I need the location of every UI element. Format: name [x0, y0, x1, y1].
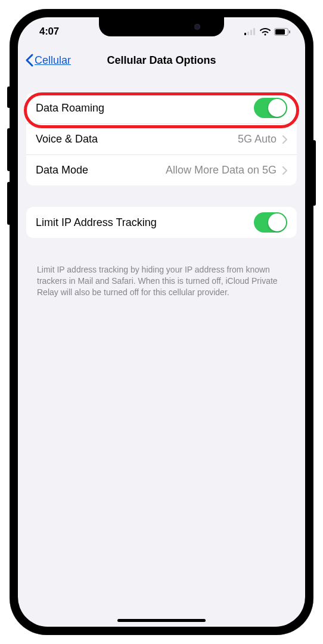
status-time: 4:07 — [39, 26, 59, 38]
back-label: Cellular — [35, 54, 71, 67]
signal-icon — [244, 28, 256, 35]
data-mode-value: Allow More Data on 5G — [166, 164, 277, 177]
settings-group-2: Limit IP Address Tracking — [26, 207, 297, 238]
chevron-right-icon — [282, 135, 287, 144]
nav-bar: Cellular Cellular Data Options — [18, 46, 305, 75]
data-roaming-cell[interactable]: Data Roaming — [26, 92, 297, 123]
phone-frame: 4:07 Cellular Cellular Data Opt — [10, 9, 313, 635]
svg-rect-6 — [289, 30, 290, 33]
data-roaming-toggle[interactable] — [254, 98, 287, 118]
status-right — [244, 28, 291, 36]
content: Data Roaming Voice & Data 5G Auto Data M… — [18, 75, 305, 298]
limit-ip-label: Limit IP Address Tracking — [36, 216, 254, 229]
notch — [99, 17, 224, 36]
chevron-right-icon — [282, 166, 287, 175]
limit-ip-cell[interactable]: Limit IP Address Tracking — [26, 207, 297, 238]
toggle-knob-icon — [268, 213, 286, 231]
home-indicator[interactable] — [117, 619, 206, 622]
battery-icon — [274, 28, 291, 36]
voice-data-label: Voice & Data — [36, 133, 238, 145]
front-camera-icon — [194, 24, 200, 30]
back-button[interactable]: Cellular — [25, 54, 71, 67]
footer-text: Limit IP address tracking by hiding your… — [26, 259, 297, 298]
toggle-knob-icon — [268, 99, 286, 117]
settings-group-1: Data Roaming Voice & Data 5G Auto Data M… — [26, 92, 297, 185]
svg-rect-2 — [250, 30, 252, 35]
limit-ip-toggle[interactable] — [254, 212, 287, 233]
wifi-icon — [260, 28, 271, 36]
data-mode-cell[interactable]: Data Mode Allow More Data on 5G — [26, 154, 297, 185]
page-title: Cellular Data Options — [107, 54, 216, 67]
voice-data-cell[interactable]: Voice & Data 5G Auto — [26, 123, 297, 154]
voice-data-value: 5G Auto — [238, 133, 277, 145]
chevron-left-icon — [25, 54, 33, 67]
svg-rect-1 — [247, 32, 249, 35]
svg-rect-3 — [253, 28, 255, 35]
screen: 4:07 Cellular Cellular Data Opt — [18, 17, 305, 627]
data-mode-label: Data Mode — [36, 164, 166, 177]
svg-rect-5 — [275, 29, 285, 35]
data-roaming-label: Data Roaming — [36, 102, 254, 114]
svg-rect-0 — [244, 33, 246, 35]
